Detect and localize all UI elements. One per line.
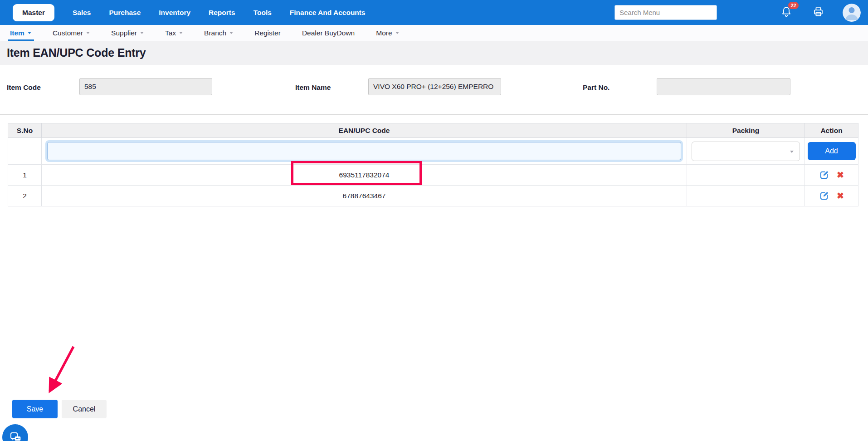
row-ean-upc-code: 6935117832074 bbox=[42, 165, 687, 185]
item-code-field[interactable] bbox=[79, 78, 212, 95]
subnav-customer[interactable]: Customer bbox=[53, 25, 90, 41]
chevron-down-icon bbox=[790, 151, 794, 153]
chevron-down-icon bbox=[140, 32, 144, 34]
entry-code-cell bbox=[42, 138, 687, 164]
nav-purchase[interactable]: Purchase bbox=[109, 9, 141, 17]
subnav-tax[interactable]: Tax bbox=[165, 25, 183, 41]
subnav-supplier[interactable]: Supplier bbox=[111, 25, 144, 41]
part-no-field[interactable] bbox=[657, 78, 790, 95]
print-button[interactable] bbox=[812, 5, 824, 20]
save-button[interactable]: Save bbox=[12, 400, 58, 418]
item-name-field[interactable] bbox=[368, 78, 501, 95]
item-code-label: Item Code bbox=[7, 83, 41, 92]
ean-upc-table: S.No EAN/UPC Code Packing Action Add 1 6… bbox=[8, 123, 858, 206]
chevron-down-icon bbox=[395, 32, 399, 34]
module-sub-navigation: Item Customer Supplier Tax Branch Regist… bbox=[0, 25, 868, 41]
table-header-row: S.No EAN/UPC Code Packing Action bbox=[8, 123, 858, 138]
row-actions: ✖ bbox=[805, 165, 858, 185]
row-ean-upc-code: 67887643467 bbox=[42, 186, 687, 206]
header-sno: S.No bbox=[8, 123, 42, 137]
subnav-more[interactable]: More bbox=[376, 25, 399, 41]
subnav-dealer-buydown[interactable]: Dealer BuyDown bbox=[302, 25, 355, 41]
cancel-button[interactable]: Cancel bbox=[62, 400, 107, 418]
subnav-item-label: Dealer BuyDown bbox=[302, 29, 355, 37]
packing-select[interactable] bbox=[692, 142, 800, 161]
ean-upc-code-input[interactable] bbox=[47, 142, 681, 160]
search-input[interactable] bbox=[614, 5, 717, 20]
chat-launcher-button[interactable] bbox=[2, 424, 28, 441]
subnav-item-label: More bbox=[376, 29, 392, 37]
chevron-down-icon bbox=[28, 32, 31, 34]
nav-finance-and-accounts[interactable]: Finance And Accounts bbox=[290, 9, 366, 17]
table-row: 1 6935117832074 ✖ bbox=[8, 165, 858, 186]
header-action: Action bbox=[805, 123, 858, 137]
notification-count-badge: 22 bbox=[788, 2, 799, 9]
row-sno: 1 bbox=[8, 165, 42, 185]
subnav-item-label: Customer bbox=[53, 29, 83, 37]
subnav-item[interactable]: Item bbox=[10, 25, 31, 41]
chat-bubble-icon bbox=[8, 430, 23, 441]
top-navigation-bar: Master Sales Purchase Inventory Reports … bbox=[0, 0, 868, 25]
edit-icon[interactable] bbox=[819, 170, 829, 180]
chevron-down-icon bbox=[179, 32, 183, 34]
row-packing bbox=[687, 186, 805, 206]
person-icon bbox=[843, 4, 861, 22]
page-title: Item EAN/UPC Code Entry bbox=[7, 46, 146, 59]
header-ean-upc-code: EAN/UPC Code bbox=[42, 123, 687, 137]
table-row: 2 67887643467 ✖ bbox=[8, 186, 858, 206]
subnav-item-label: Tax bbox=[165, 29, 176, 37]
entry-row: Add bbox=[8, 138, 858, 165]
subnav-item-label: Branch bbox=[204, 29, 226, 37]
header-packing: Packing bbox=[687, 123, 805, 137]
nav-inventory[interactable]: Inventory bbox=[159, 9, 190, 17]
entry-action-cell: Add bbox=[805, 138, 858, 164]
subnav-item-label: Item bbox=[10, 29, 24, 37]
row-sno: 2 bbox=[8, 186, 42, 206]
notifications-button[interactable]: 22 bbox=[780, 5, 792, 20]
entry-packing-cell bbox=[687, 138, 805, 164]
printer-icon bbox=[812, 5, 824, 18]
annotation-arrow bbox=[41, 341, 91, 400]
subnav-register[interactable]: Register bbox=[254, 25, 281, 41]
chevron-down-icon bbox=[86, 32, 90, 34]
nav-sales[interactable]: Sales bbox=[73, 9, 91, 17]
add-button[interactable]: Add bbox=[808, 142, 856, 160]
subnav-item-label: Supplier bbox=[111, 29, 137, 37]
row-packing bbox=[687, 165, 805, 185]
user-avatar[interactable] bbox=[843, 4, 861, 22]
entry-sno-cell bbox=[8, 138, 42, 164]
nav-master[interactable]: Master bbox=[13, 4, 54, 21]
nav-tools[interactable]: Tools bbox=[254, 9, 272, 17]
subnav-branch[interactable]: Branch bbox=[204, 25, 233, 41]
part-no-label: Part No. bbox=[583, 83, 610, 92]
row-actions: ✖ bbox=[805, 186, 858, 206]
subnav-item-label: Register bbox=[254, 29, 281, 37]
delete-icon[interactable]: ✖ bbox=[837, 191, 844, 200]
chevron-down-icon bbox=[229, 32, 233, 34]
nav-reports[interactable]: Reports bbox=[209, 9, 235, 17]
edit-icon[interactable] bbox=[819, 191, 829, 201]
title-band: Item EAN/UPC Code Entry bbox=[0, 41, 868, 65]
item-name-label: Item Name bbox=[295, 83, 331, 92]
section-divider bbox=[0, 114, 868, 115]
delete-icon[interactable]: ✖ bbox=[837, 171, 844, 179]
